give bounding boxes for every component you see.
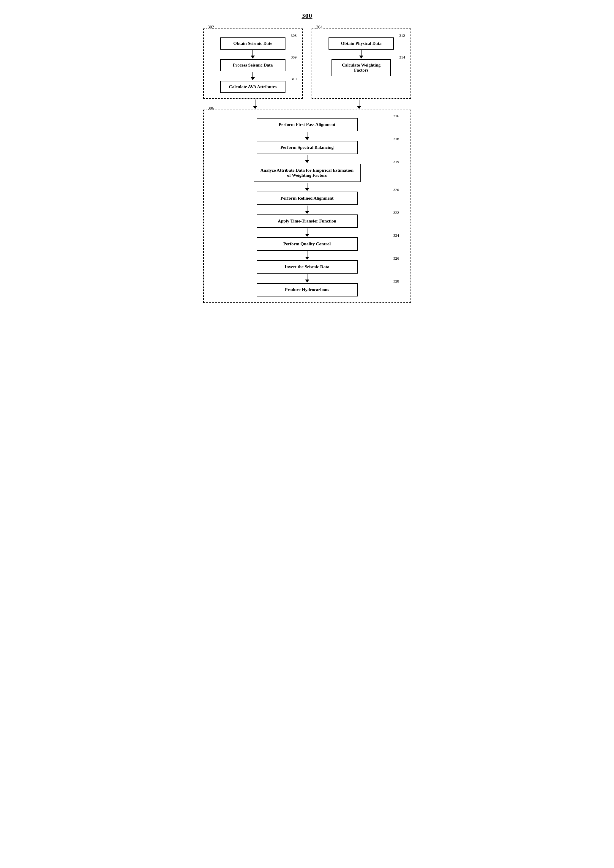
box-304: 304 312 Obtain Physical Data 314 Calcula…: [312, 28, 411, 99]
label-310: 310: [290, 77, 297, 81]
label-328: 328: [393, 279, 400, 284]
label-316: 316: [393, 114, 400, 119]
node-324: Perform Quality Control: [257, 237, 358, 251]
label-318: 318: [393, 136, 400, 141]
label-319: 319: [393, 160, 400, 164]
label-320: 320: [393, 188, 400, 192]
arrow-322-324: [305, 228, 309, 237]
label-309: 309: [290, 55, 297, 60]
label-312: 312: [398, 33, 406, 38]
arrow-319-320: [305, 183, 309, 191]
label-322: 322: [393, 210, 400, 215]
node-314: Calculate Weighting Factors: [332, 59, 391, 76]
arrow-304-306-right: [357, 99, 361, 109]
node-308: Obtain Seismic Date: [220, 37, 285, 50]
box-302-label: 302: [207, 25, 215, 30]
label-308: 308: [290, 33, 297, 38]
node-319: Analyze Attribute Data for Empirical Est…: [254, 164, 361, 182]
box-306: 306 316 Perform First Pass Alignment 318…: [203, 110, 411, 303]
node-326: Invert the Seismic Data: [257, 260, 358, 274]
box-304-label: 304: [316, 25, 323, 30]
arrow-318-319: [305, 155, 309, 163]
arrow-320-322: [305, 206, 309, 214]
box-302: 302 308 Obtain Seismic Date 309 Process …: [203, 28, 303, 99]
label-324: 324: [393, 233, 400, 238]
arrow-312-314: [359, 50, 363, 59]
node-316: Perform First Pass Alignment: [257, 118, 358, 131]
arrow-326-328: [305, 274, 309, 282]
label-314: 314: [398, 55, 406, 60]
node-318: Perform Spectral Balancing: [257, 141, 358, 154]
node-328: Produce Hydrocarbons: [257, 283, 358, 296]
node-312: Obtain Physical Data: [329, 37, 394, 50]
node-322: Apply Time-Transfer Function: [257, 214, 358, 228]
arrow-302-306-left: [253, 99, 257, 109]
node-320: Perform Refined Alignment: [257, 192, 358, 205]
diagram-title: 300: [302, 12, 313, 20]
arrow-308-309: [251, 50, 255, 59]
label-326: 326: [393, 256, 400, 261]
arrow-309-310: [251, 72, 255, 80]
node-310: Calculate AVA Attributes: [220, 81, 285, 93]
box-306-label: 306: [207, 106, 215, 111]
arrow-324-326: [305, 251, 309, 260]
node-309: Process Seismic Data: [220, 59, 285, 71]
diagram-page: 300 302 308 Obtain Seismic Date 309 Proc…: [203, 12, 411, 303]
arrow-316-318: [305, 132, 309, 140]
